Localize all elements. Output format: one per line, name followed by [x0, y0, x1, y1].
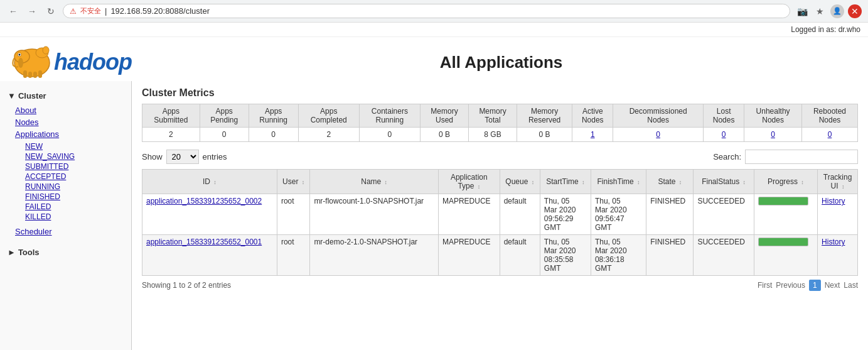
back-button[interactable]: ← [6, 4, 20, 18]
metrics-col-rebooted-nodes: RebootedNodes [801, 104, 857, 128]
show-entries: Show 10 20 25 50 100 entries [142, 150, 227, 164]
pagination: First Previous 1 Next Last [758, 280, 858, 291]
applications-table: ID ↕ User ↕ Name ↕ ApplicationType ↕ Que… [142, 169, 858, 276]
metrics-val-mem-reserved: 0 B [517, 128, 572, 142]
previous-page-link[interactable]: Previous [776, 281, 805, 290]
metrics-col-completed: AppsCompleted [298, 104, 359, 128]
col-id[interactable]: ID ↕ [142, 170, 277, 194]
metrics-val-mem-used: 0 B [420, 128, 468, 142]
sidebar-nodes-link[interactable]: Nodes [13, 116, 131, 128]
cluster-metrics-title: Cluster Metrics [142, 87, 858, 99]
cell-final-status-2: SUCCEEDED [694, 235, 754, 276]
cell-start-1: Thu, 05Mar 202009:56:29GMT [540, 194, 591, 235]
col-start-time[interactable]: StartTime ↕ [540, 170, 591, 194]
translate-icon[interactable]: 📷 [795, 4, 809, 18]
cell-finish-2: Thu, 05Mar 202008:36:18GMT [591, 235, 646, 276]
cell-tracking-2[interactable]: History [818, 235, 858, 276]
sidebar-failed-link[interactable]: FAILED [23, 202, 131, 212]
showing-text: Showing 1 to 2 of 2 entries [142, 281, 231, 290]
progress-bar-1 [758, 197, 808, 205]
col-final-status[interactable]: FinalStatus ↕ [694, 170, 754, 194]
progress-fill-2 [759, 238, 808, 246]
main-content: Cluster Metrics AppsSubmitted AppsPendin… [132, 81, 868, 350]
col-state[interactable]: State ↕ [646, 170, 694, 194]
profile-icon[interactable]: 👤 [830, 4, 844, 18]
col-user[interactable]: User ↕ [277, 170, 309, 194]
last-page-link[interactable]: Last [844, 281, 858, 290]
svg-point-10 [43, 46, 49, 54]
sidebar-new-link[interactable]: NEW [23, 141, 131, 151]
metrics-val-decom-nodes[interactable]: 0 [613, 128, 704, 142]
current-page: 1 [809, 280, 821, 291]
metrics-val-rebooted-nodes[interactable]: 0 [801, 128, 857, 142]
svg-rect-7 [33, 72, 37, 78]
sidebar-cluster-header[interactable]: ▼ Cluster [0, 87, 131, 104]
address-bar[interactable]: ⚠ 不安全 | 192.168.59.20:8088/cluster [63, 4, 790, 18]
sidebar-sub-links: NEW NEW_SAVING SUBMITTED ACCEPTED RUNNIN… [13, 141, 131, 222]
first-page-link[interactable]: First [758, 281, 772, 290]
sidebar-submitted-link[interactable]: SUBMITTED [23, 161, 131, 172]
not-secure-label: 不安全 [80, 6, 101, 16]
col-app-type[interactable]: ApplicationType ↕ [438, 170, 500, 194]
hadoop-logo: hadoop [10, 43, 132, 81]
cell-user-1: root [277, 194, 309, 235]
metrics-val-unhealthy-nodes[interactable]: 0 [744, 128, 802, 142]
col-finish-time[interactable]: FinishTime ↕ [591, 170, 646, 194]
table-row: application_1583391235652_0002 root mr-f… [142, 194, 858, 235]
sidebar-about-link[interactable]: About [13, 104, 131, 116]
table-controls: Show 10 20 25 50 100 entries Search: [142, 150, 858, 164]
metrics-val-running: 0 [249, 128, 298, 142]
sidebar-killed-link[interactable]: KILLED [23, 212, 131, 222]
sidebar-applications-link[interactable]: Applications [13, 128, 131, 140]
metrics-col-decom-nodes: DecommissionedNodes [613, 104, 704, 128]
metrics-val-pending: 0 [200, 128, 249, 142]
url-display: | [105, 6, 107, 16]
sidebar-cluster-links: About Nodes Applications NEW NEW_SAVING … [0, 104, 131, 238]
refresh-button[interactable]: ↻ [44, 4, 58, 18]
svg-point-4 [18, 58, 23, 68]
entries-label: entries [203, 152, 227, 161]
hadoop-logo-text: hadoop [54, 49, 132, 75]
cell-state-1: FINISHED [646, 194, 694, 235]
col-queue[interactable]: Queue ↕ [500, 170, 540, 194]
cell-app-type-1: MAPREDUCE [438, 194, 500, 235]
sidebar-new-saving-link[interactable]: NEW_SAVING [23, 151, 131, 161]
next-page-link[interactable]: Next [825, 281, 840, 290]
col-progress[interactable]: Progress ↕ [754, 170, 817, 194]
cell-queue-1: default [500, 194, 540, 235]
browser-chrome: ← → ↻ ⚠ 不安全 | 192.168.59.20:8088/cluster… [0, 0, 868, 23]
progress-bar-2 [758, 238, 808, 246]
sidebar-accepted-link[interactable]: ACCEPTED [23, 172, 131, 182]
sidebar-scheduler-link[interactable]: Scheduler [13, 226, 131, 238]
sidebar-running-link[interactable]: RUNNING [23, 182, 131, 192]
cell-user-2: root [277, 235, 309, 276]
forward-button[interactable]: → [25, 4, 39, 18]
table-row: application_1583391235652_0001 root mr-d… [142, 235, 858, 276]
search-input[interactable] [745, 150, 858, 164]
page-title: All Applications [144, 53, 858, 72]
cell-id-1[interactable]: application_1583391235652_0002 [142, 194, 277, 235]
col-tracking-ui[interactable]: TrackingUI ↕ [818, 170, 858, 194]
bookmark-icon[interactable]: ★ [813, 4, 827, 18]
svg-rect-8 [38, 70, 42, 78]
cell-queue-2: default [500, 235, 540, 276]
show-label: Show [142, 152, 163, 161]
cluster-label: Cluster [18, 91, 46, 101]
entries-select[interactable]: 10 20 25 50 100 [166, 150, 199, 164]
sidebar-tools-header[interactable]: ► Tools [0, 244, 131, 261]
cell-progress-1 [754, 194, 817, 235]
cell-tracking-1[interactable]: History [818, 194, 858, 235]
metrics-col-submitted: AppsSubmitted [142, 104, 200, 128]
metrics-val-lost-nodes[interactable]: 0 [704, 128, 744, 142]
cell-id-2[interactable]: application_1583391235652_0001 [142, 235, 277, 276]
metrics-col-containers: ContainersRunning [359, 104, 420, 128]
sidebar-finished-link[interactable]: FINISHED [23, 192, 131, 202]
metrics-val-containers: 0 [359, 128, 420, 142]
hadoop-elephant-icon [10, 43, 54, 81]
cell-finish-1: Thu, 05Mar 202009:56:47GMT [591, 194, 646, 235]
metrics-val-mem-total: 8 GB [469, 128, 517, 142]
col-name[interactable]: Name ↕ [310, 170, 439, 194]
close-icon[interactable]: ✕ [848, 4, 862, 18]
metrics-col-active-nodes: ActiveNodes [572, 104, 613, 128]
metrics-val-active-nodes[interactable]: 1 [572, 128, 613, 142]
